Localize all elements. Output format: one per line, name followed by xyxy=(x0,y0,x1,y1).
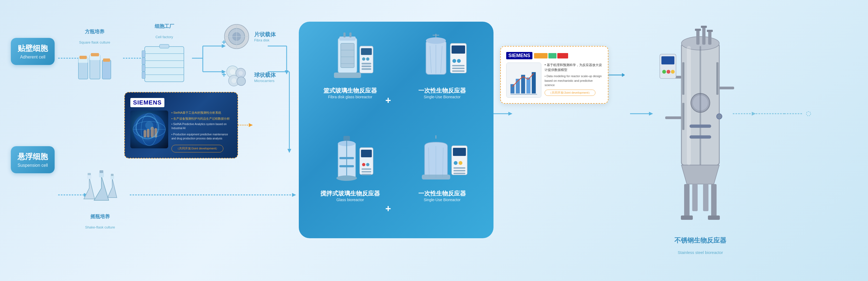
svg-rect-131 xyxy=(362,168,371,170)
svg-rect-46 xyxy=(80,56,87,59)
shake-flask-en: Shake-flask culture xyxy=(79,225,122,229)
siemens-box-2: SIEMENS xyxy=(500,46,609,104)
svg-rect-78 xyxy=(144,130,146,138)
fibra-glass-en: Fibra disk glass bioreactor xyxy=(323,95,377,99)
svg-rect-97 xyxy=(334,73,361,78)
svg-marker-154 xyxy=(622,73,625,77)
siemens-logo-2: SIEMENS xyxy=(508,53,530,58)
single-use-top-en: Single-Use Bioreactor xyxy=(418,95,466,99)
svg-rect-116 xyxy=(452,65,465,66)
svg-rect-57 xyxy=(142,72,145,79)
single-use-top-label: 一次性生物反应器 Single-Use Bioreactor xyxy=(418,87,466,99)
svg-rect-150 xyxy=(526,78,530,93)
svg-rect-165 xyxy=(689,124,711,128)
svg-point-125 xyxy=(336,175,357,181)
svg-marker-16 xyxy=(287,149,291,153)
stainless-image xyxy=(657,22,744,233)
plus-sign-bottom: + xyxy=(385,203,391,215)
svg-rect-93 xyxy=(341,43,354,68)
svg-rect-87 xyxy=(99,170,103,173)
svg-rect-133 xyxy=(362,174,371,175)
svg-point-79 xyxy=(145,121,153,130)
siemens-zh-2: • 生产设备预测性护与药品生产过程数据分析 xyxy=(172,116,232,121)
right-section: SIEMENS xyxy=(500,46,609,104)
siemens-box-1: SIEMENS xyxy=(124,92,238,158)
svg-point-108 xyxy=(426,37,446,44)
suspension-cell-zh: 悬浮细胞 xyxy=(18,151,48,162)
single-use-bioreactor-top: 一次性生物反应器 Single-Use Bioreactor xyxy=(399,30,485,127)
svg-rect-183 xyxy=(661,56,674,64)
svg-point-185 xyxy=(666,70,670,74)
svg-rect-170 xyxy=(701,26,707,28)
svg-marker-82 xyxy=(84,177,95,199)
svg-rect-56 xyxy=(142,65,145,72)
svg-rect-142 xyxy=(454,167,465,169)
glass-stirred-en: Glass bioreactor xyxy=(320,198,380,202)
glass-stirred-bioreactor: 搅拌式玻璃生物反应器 Glass bioreactor xyxy=(307,133,394,230)
fibra-glass-bioreactor: 篮式玻璃生物反应器 Fibra disk glass bioreactor xyxy=(307,30,394,127)
square-flask-image xyxy=(73,47,116,90)
fibra-disk-en: Fibra disk xyxy=(254,38,276,42)
svg-rect-45 xyxy=(102,60,111,79)
svg-rect-132 xyxy=(362,171,371,172)
svg-rect-104 xyxy=(362,63,371,64)
svg-point-40 xyxy=(806,112,811,116)
joint-dev-btn-2: （共同开发/Joint development） xyxy=(545,90,595,96)
svg-rect-58 xyxy=(159,45,169,48)
siemens2-image xyxy=(506,62,541,98)
svg-rect-48 xyxy=(103,58,110,62)
svg-rect-126 xyxy=(343,136,350,141)
siemens-logo-text-1: SIEMENS xyxy=(133,99,162,106)
svg-point-129 xyxy=(362,163,365,166)
svg-rect-106 xyxy=(362,68,371,70)
svg-rect-83 xyxy=(87,175,91,179)
svg-rect-176 xyxy=(711,184,717,217)
svg-rect-139 xyxy=(453,148,466,156)
svg-point-140 xyxy=(454,161,458,165)
svg-point-67 xyxy=(239,71,243,75)
fibra-glass-label: 篮式玻璃生物反应器 Fibra disk glass bioreactor xyxy=(323,87,377,99)
svg-rect-174 xyxy=(665,116,681,119)
svg-point-103 xyxy=(366,57,369,61)
square-flask-label-en: Square flask culture xyxy=(73,40,116,45)
svg-marker-88 xyxy=(107,178,117,198)
glass-stirred-zh: 搅拌式玻璃生物反应器 xyxy=(320,190,380,198)
svg-point-69 xyxy=(231,78,236,83)
fibra-disk-zh: 片状载体 xyxy=(254,31,276,38)
svg-rect-157 xyxy=(687,46,691,165)
siemens2-text: • 基于机理和预测科学，为反应器放大设计提供数据模型 • Data modeli… xyxy=(545,62,602,98)
single-use-bottom-en: Single-Use Bioreactor xyxy=(418,198,466,202)
plus-carrier-top: + xyxy=(222,38,226,47)
svg-rect-113 xyxy=(452,46,465,54)
svg-point-181 xyxy=(717,114,722,119)
main-container: 贴壁细胞 Adherent cell 悬浮细胞 Suspension cell … xyxy=(0,0,868,281)
adherent-cell-en: Adherent cell xyxy=(18,55,48,60)
siemens-text-block-1: • SieINA基于工业AI的预测性分析系统 • 生产设备预测性护与药品生产过程… xyxy=(172,110,232,152)
svg-rect-105 xyxy=(362,65,371,67)
stainless-steel-section: 不锈钢生物反应器 Stainless steel bioreactor xyxy=(657,22,744,255)
adherent-cell-box: 贴壁细胞 Adherent cell xyxy=(11,38,55,65)
svg-rect-171 xyxy=(707,30,713,32)
svg-marker-37 xyxy=(752,112,756,116)
svg-rect-167 xyxy=(702,27,706,45)
svg-rect-164 xyxy=(689,135,711,139)
square-flask-label-zh: 方瓶培养 xyxy=(73,28,116,35)
cell-factory-label-en: Cell factory xyxy=(141,35,188,39)
siemens2-zh-1: • 基于机理和预测科学，为反应器放大设计提供数据模型 xyxy=(545,62,602,72)
svg-rect-117 xyxy=(452,68,465,69)
siemens-logo-1: SIEMENS xyxy=(130,98,164,107)
svg-rect-90 xyxy=(111,174,114,176)
svg-rect-175 xyxy=(684,184,689,217)
fibra-glass-zh: 篮式玻璃生物反应器 xyxy=(323,87,377,95)
fibra-disk-label: 片状载体 Fibra disk xyxy=(254,31,276,42)
plus-sign-top: + xyxy=(385,95,391,106)
svg-rect-84 xyxy=(88,173,91,175)
svg-point-114 xyxy=(453,59,456,63)
single-use-bottom-zh: 一次性生物反应器 xyxy=(418,190,466,198)
svg-rect-161 xyxy=(682,62,684,95)
fibra-disk-image xyxy=(222,22,251,51)
shake-flask-image xyxy=(79,168,122,211)
svg-rect-162 xyxy=(682,103,684,130)
svg-rect-76 xyxy=(154,128,157,138)
svg-marker-81 xyxy=(249,123,253,127)
